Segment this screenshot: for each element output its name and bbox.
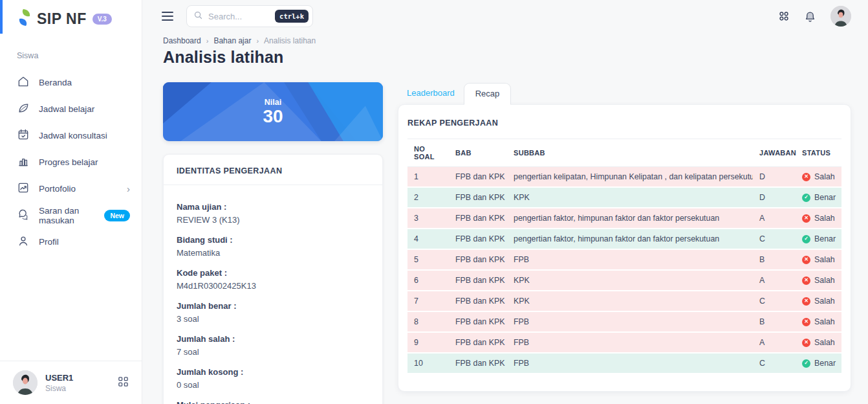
sidebar-item-label: Progres belajar <box>39 157 98 167</box>
score-card: Nilai 30 <box>163 82 383 141</box>
identity-field-jumlah-benar: Jumlah benar : 3 soal <box>177 300 369 325</box>
table-row: 4 FPB dan KPK pengertian faktor, himpuna… <box>407 229 841 249</box>
sidebar-item-label: Beranda <box>39 78 72 87</box>
identity-field-nama-ujian: Nama ujian : REVIEW 3 (K13) <box>177 201 369 226</box>
score-label: Nilai <box>265 98 281 107</box>
sidebar-item-label: Portofolio <box>39 184 76 194</box>
status-correct-icon: ✓ <box>802 359 810 368</box>
status-label: Salah <box>814 214 835 223</box>
status-wrong-icon: ✕ <box>802 256 810 264</box>
notifications-bell-icon[interactable] <box>804 10 816 23</box>
sidebar-user-card: USER1 Siswa <box>0 361 142 404</box>
sidebar-item-saran-dan-masukan[interactable]: Saran dan masukan New <box>0 202 142 229</box>
user-role: Siswa <box>45 384 73 393</box>
bar-chart-icon <box>17 155 30 170</box>
status-wrong-icon: ✕ <box>802 173 810 181</box>
score-value: 30 <box>263 107 283 126</box>
table-row: 7 FPB dan KPK KPK C ✕Salah <box>407 291 841 311</box>
leaf-icon <box>17 102 30 117</box>
tab-leaderboard[interactable]: Leaderboard <box>398 82 464 105</box>
identity-field-jumlah-kosong: Jumlah kosong : 0 soal <box>177 366 369 391</box>
user-name: USER1 <box>45 373 73 383</box>
identity-card-title: IDENTITAS PENGERJAAN <box>177 166 282 175</box>
breadcrumb-bahan-ajar[interactable]: Bahan ajar <box>213 36 251 45</box>
recap-card: REKAP PENGERJAAN NO SOAL BAB SUBBAB JAWA… <box>398 104 851 392</box>
sidebar-item-beranda[interactable]: Beranda <box>0 69 142 96</box>
sidebar-nav: Beranda Jadwal belajar Jadwal konsultasi… <box>0 69 142 255</box>
tab-recap[interactable]: Recap <box>464 83 512 105</box>
search-shortcut-hint: ctrl+k <box>275 10 309 23</box>
sidebar-item-progres-belajar[interactable]: Progres belajar <box>0 149 142 175</box>
recap-table: NO SOAL BAB SUBBAB JAWABAN STATUS 1 FPB … <box>407 139 841 374</box>
table-row: 9 FPB dan KPK FPB A ✕Salah <box>407 332 841 353</box>
status-label: Salah <box>814 172 835 181</box>
status-label: Benar <box>814 359 836 368</box>
page-title: Analisis latihan <box>163 48 851 67</box>
search-box[interactable]: ctrl+k <box>186 5 313 27</box>
recap-card-title: REKAP PENGERJAAN <box>407 118 498 128</box>
status-wrong-icon: ✕ <box>802 276 810 285</box>
status-label: Benar <box>814 234 836 243</box>
user-avatar[interactable] <box>13 370 38 395</box>
trend-line-icon <box>17 181 30 197</box>
app-logo[interactable]: SIP NF V.3 <box>0 0 142 29</box>
breadcrumb-separator: › <box>206 37 209 45</box>
logo-leaf-icon <box>17 8 32 29</box>
search-icon <box>193 10 203 23</box>
chat-bubbles-icon <box>17 208 30 223</box>
status-wrong-icon: ✕ <box>802 318 810 326</box>
header-jawaban: JAWABAN <box>753 139 796 167</box>
identity-field-mulai-pengerjaan: Mulai pengerjaan : 15 September 2024 puk… <box>177 399 369 404</box>
header-bab: BAB <box>449 139 507 167</box>
status-correct-icon: ✓ <box>802 235 810 243</box>
table-row: 5 FPB dan KPK FPB B ✕Salah <box>407 249 841 270</box>
table-row: 10 FPB dan KPK FPB C ✓Benar <box>407 353 841 374</box>
breadcrumb-current: Analisis latihan <box>264 36 316 45</box>
status-wrong-icon: ✕ <box>802 339 810 347</box>
breadcrumb-dashboard[interactable]: Dashboard <box>163 36 201 45</box>
status-wrong-icon: ✕ <box>802 214 810 223</box>
status-label: Salah <box>814 297 835 306</box>
version-badge: V.3 <box>92 14 112 25</box>
identity-field-kode-paket: Kode paket : M4d1R03002425K13 <box>177 267 369 292</box>
sidebar-item-label: Profil <box>39 237 59 247</box>
sidebar-item-label: Jadwal konsultasi <box>39 131 107 140</box>
main-area: ctrl+k Dashboard › Bahan ajar <box>142 0 868 404</box>
hamburger-menu-icon[interactable] <box>160 9 175 23</box>
status-label: Salah <box>814 338 835 347</box>
table-row: 1 FPB dan KPK pengertian kelipatan, Himp… <box>407 167 841 188</box>
header-subbab: SUBBAB <box>507 139 753 167</box>
status-label: Salah <box>814 276 835 285</box>
header-status: STATUS <box>796 139 841 167</box>
sidebar-item-label: Saran dan masukan <box>39 206 95 225</box>
apps-grid-icon[interactable] <box>778 10 790 22</box>
new-badge: New <box>104 210 130 221</box>
status-label: Salah <box>814 317 835 326</box>
left-accent-bar <box>0 0 3 34</box>
identity-field-bidang-studi: Bidang studi : Matematika <box>177 234 369 259</box>
sidebar-item-portofolio[interactable]: Portofolio › <box>0 175 142 202</box>
sidebar-item-jadwal-belajar[interactable]: Jadwal belajar <box>0 96 142 122</box>
table-header-row: NO SOAL BAB SUBBAB JAWABAN STATUS <box>407 139 841 167</box>
sidebar: SIP NF V.3 Siswa Beranda Jadwal belajar … <box>0 0 142 404</box>
status-wrong-icon: ✕ <box>802 297 810 306</box>
table-row: 8 FPB dan KPK FPB B ✕Salah <box>407 311 841 332</box>
status-label: Benar <box>814 193 836 202</box>
workspace-switcher-icon[interactable] <box>118 376 129 390</box>
status-correct-icon: ✓ <box>802 194 810 202</box>
profile-avatar[interactable] <box>830 6 851 27</box>
breadcrumb-separator: › <box>256 37 259 45</box>
status-label: Salah <box>814 255 835 264</box>
search-input[interactable] <box>208 12 268 21</box>
user-icon <box>17 234 30 250</box>
sidebar-item-label: Jadwal belajar <box>39 104 94 114</box>
identity-field-jumlah-salah: Jumlah salah : 7 soal <box>177 333 369 358</box>
table-row: 2 FPB dan KPK KPK D ✓Benar <box>407 187 841 208</box>
sidebar-item-profil[interactable]: Profil <box>0 229 142 255</box>
breadcrumb: Dashboard › Bahan ajar › Analisis latiha… <box>163 36 851 45</box>
sidebar-item-jadwal-konsultasi[interactable]: Jadwal konsultasi <box>0 122 142 149</box>
sidebar-section-label: Siswa <box>0 29 142 60</box>
brand-name: SIP NF <box>37 10 87 28</box>
tab-bar: Leaderboard Recap <box>398 82 851 105</box>
identity-card: IDENTITAS PENGERJAAN Nama ujian : REVIEW… <box>163 154 383 404</box>
